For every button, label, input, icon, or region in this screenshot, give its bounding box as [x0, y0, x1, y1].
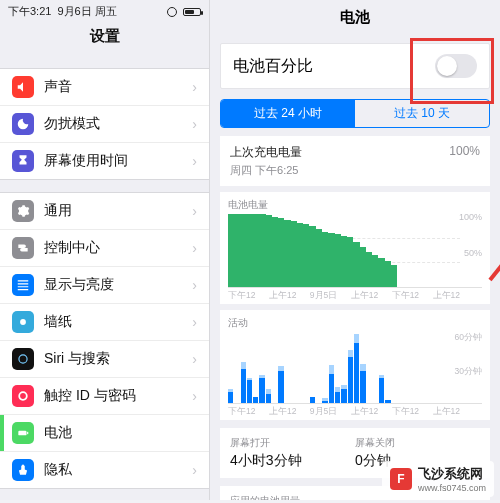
- last-charge-title: 上次充电电量: [230, 144, 480, 161]
- gear-icon: [12, 200, 34, 222]
- sidebar-item-siri[interactable]: Siri 与搜索 ›: [0, 341, 209, 378]
- status-bar: 下午3:21 9月6日 周五: [0, 0, 209, 21]
- watermark-logo: F: [390, 468, 412, 490]
- status-date: 9月6日 周五: [57, 4, 116, 19]
- chart-title: 电池电量: [228, 198, 482, 212]
- sidebar-item-label: 声音: [44, 78, 182, 96]
- sound-icon: [12, 76, 34, 98]
- sidebar-item-screentime[interactable]: 屏幕使用时间 ›: [0, 143, 209, 179]
- screen-on-label: 屏幕打开: [230, 436, 355, 450]
- brightness-icon: [12, 274, 34, 296]
- sidebar-item-label: 通用: [44, 202, 182, 220]
- seg-24h[interactable]: 过去 24 小时: [221, 100, 355, 127]
- sidebar-title: 设置: [0, 21, 209, 56]
- battery-icon: [183, 8, 201, 16]
- chevron-icon: ›: [192, 203, 197, 219]
- sidebar-item-dnd[interactable]: 勿扰模式 ›: [0, 106, 209, 143]
- sidebar-item-touchid[interactable]: 触控 ID 与密码 ›: [0, 378, 209, 415]
- watermark: F 飞沙系统网 www.fs0745.com: [382, 461, 494, 497]
- last-charge-value: 100%: [449, 144, 480, 158]
- chevron-icon: ›: [192, 314, 197, 330]
- chevron-icon: ›: [192, 153, 197, 169]
- sidebar-item-label: 隐私: [44, 461, 182, 479]
- annotation-highlight: [410, 38, 494, 104]
- activity-chart: 活动 60分钟 30分钟 下午12上午129月5日上午12下午12上午12: [220, 310, 490, 420]
- hourglass-icon: [12, 150, 34, 172]
- sidebar-item-label: 电池: [44, 424, 197, 442]
- sidebar-item-wallpaper[interactable]: 墙纸 ›: [0, 304, 209, 341]
- battery-percentage-label: 电池百分比: [233, 56, 313, 77]
- sidebar-item-label: 勿扰模式: [44, 115, 182, 133]
- chart-title: 活动: [228, 316, 482, 330]
- sidebar-item-display[interactable]: 显示与亮度 ›: [0, 267, 209, 304]
- chevron-icon: ›: [192, 116, 197, 132]
- detail-title: 电池: [210, 0, 500, 35]
- last-charge-sub: 周四 下午6:25: [230, 163, 480, 178]
- settings-sidebar: 下午3:21 9月6日 周五 设置 声音 › 勿扰模式 › 屏幕使用时间 ›: [0, 0, 210, 500]
- status-time: 下午3:21: [8, 4, 51, 19]
- svg-rect-3: [27, 432, 28, 434]
- svg-point-0: [20, 319, 26, 325]
- seg-10d[interactable]: 过去 10 天: [355, 100, 489, 127]
- screen-on-value: 4小时3分钟: [230, 452, 355, 470]
- sidebar-item-label: 显示与亮度: [44, 276, 182, 294]
- screen-off-label: 屏幕关闭: [355, 436, 480, 450]
- watermark-url: www.fs0745.com: [418, 483, 486, 493]
- fingerprint-icon: [12, 385, 34, 407]
- siri-icon: [12, 348, 34, 370]
- hand-icon: [12, 459, 34, 481]
- sidebar-item-control-center[interactable]: 控制中心 ›: [0, 230, 209, 267]
- last-charge-card: 100% 上次充电电量 周四 下午6:25: [220, 136, 490, 186]
- sidebar-item-general[interactable]: 通用 ›: [0, 193, 209, 230]
- sidebar-item-label: 触控 ID 与密码: [44, 387, 182, 405]
- flower-icon: [12, 311, 34, 333]
- chevron-icon: ›: [192, 79, 197, 95]
- chevron-icon: ›: [192, 240, 197, 256]
- sidebar-item-label: Siri 与搜索: [44, 350, 182, 368]
- chevron-icon: ›: [192, 351, 197, 367]
- moon-icon: [12, 113, 34, 135]
- y-label: 100%: [459, 212, 482, 222]
- svg-rect-2: [18, 431, 26, 436]
- chevron-icon: ›: [192, 388, 197, 404]
- battery-settings-icon: [12, 422, 34, 444]
- sidebar-item-label: 控制中心: [44, 239, 182, 257]
- sidebar-item-battery[interactable]: 电池: [0, 415, 209, 452]
- switches-icon: [12, 237, 34, 259]
- sidebar-item-sound[interactable]: 声音 ›: [0, 69, 209, 106]
- battery-detail: 电池 电池百分比 过去 24 小时 过去 10 天 100% 上次充电电量 周四…: [210, 0, 500, 500]
- sidebar-item-label: 屏幕使用时间: [44, 152, 182, 170]
- y-label: 50%: [464, 248, 482, 258]
- battery-level-chart: 电池电量 100% 50% 下午12上午129月5日上午12下午12上午12: [220, 192, 490, 304]
- chevron-icon: ›: [192, 462, 197, 478]
- svg-line-5: [490, 98, 500, 280]
- watermark-title: 飞沙系统网: [418, 465, 486, 483]
- sidebar-item-privacy[interactable]: 隐私 ›: [0, 452, 209, 488]
- chevron-icon: ›: [192, 277, 197, 293]
- wifi-icon: [167, 7, 177, 17]
- svg-point-1: [19, 355, 27, 363]
- sidebar-item-label: 墙纸: [44, 313, 182, 331]
